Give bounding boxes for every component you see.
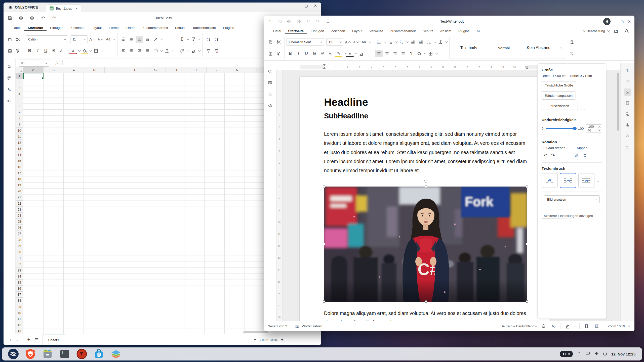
resize-handle-w[interactable] <box>323 243 325 245</box>
image-settings-tab[interactable] <box>624 88 631 96</box>
row-header-23[interactable]: 23 <box>16 207 23 213</box>
writer-menu-item-ansicht[interactable]: Ansicht <box>437 28 455 34</box>
resize-handle-se[interactable] <box>526 300 528 303</box>
writer-menu-item-verweise[interactable]: Verweise <box>366 28 387 34</box>
select-all-corner[interactable] <box>16 67 23 73</box>
align-left-button[interactable] <box>375 50 383 57</box>
column-header-a[interactable]: A <box>23 67 44 73</box>
save-button[interactable] <box>276 18 283 25</box>
cut-button[interactable] <box>14 36 22 43</box>
row-header-20[interactable]: 20 <box>16 188 23 194</box>
left-indent-marker[interactable] <box>323 64 326 66</box>
spreadsheet-menu-item-layout[interactable]: Layout <box>88 25 105 31</box>
row-header-42[interactable]: 42 <box>16 322 23 328</box>
resize-handle-e[interactable] <box>526 243 528 245</box>
row-header-14[interactable]: 14 <box>16 152 23 158</box>
writer-menu-item-ai[interactable]: AI <box>473 28 483 34</box>
font-size-select[interactable]: 12 <box>326 38 343 46</box>
undo-button[interactable]: ↶ <box>39 15 47 22</box>
row-header-3[interactable]: 3 <box>16 85 23 91</box>
spreadsheet-menu-item-startseite[interactable]: Startseite <box>24 25 47 31</box>
column-header-k[interactable]: K <box>227 67 247 73</box>
navigation-icon[interactable] <box>266 90 274 98</box>
inline-image[interactable]: Fork <box>324 187 527 302</box>
decrease-indent-button[interactable] <box>409 38 417 46</box>
row-header-10[interactable]: 10 <box>16 128 23 134</box>
superscript-button[interactable]: A¹ <box>319 50 326 57</box>
column-header-e[interactable]: E <box>105 67 125 73</box>
row-header-15[interactable]: 15 <box>16 158 23 164</box>
paste-button[interactable] <box>6 47 14 54</box>
increase-font-button[interactable]: A <box>88 36 96 43</box>
spreadsheet-menu-item-formel[interactable]: Formel <box>105 25 123 31</box>
row-header-28[interactable]: 28 <box>16 237 23 243</box>
signature-settings-tab[interactable] <box>624 143 631 150</box>
valign-middle-button[interactable] <box>128 36 135 43</box>
right-indent-marker[interactable] <box>526 67 528 69</box>
row-header-21[interactable]: 21 <box>16 194 23 200</box>
set-language-icon[interactable] <box>540 323 547 330</box>
actual-size-button[interactable]: Tatsächliche Größe <box>542 81 576 89</box>
terminal-icon[interactable]: $_ <box>59 348 70 360</box>
shading-button[interactable] <box>415 50 423 57</box>
row-header-1[interactable]: 1 <box>16 73 23 79</box>
strikethrough-button[interactable]: S <box>311 50 318 57</box>
clear-formatting-button[interactable] <box>357 50 365 57</box>
spreadsheet-menu-item-schutz[interactable]: Schutz <box>172 25 189 31</box>
opacity-slider[interactable] <box>546 128 576 129</box>
decrease-font-button[interactable]: A <box>352 38 359 46</box>
row-header-12[interactable]: 12 <box>16 140 23 146</box>
feedback-icon[interactable] <box>6 97 13 104</box>
chart-settings-tab[interactable] <box>624 121 631 128</box>
text-direction-button[interactable] <box>436 38 444 46</box>
open-file-location-icon[interactable] <box>612 27 620 34</box>
cut-button[interactable] <box>275 38 282 46</box>
opacity-input[interactable]: 100 % <box>586 124 602 132</box>
format-painter-button[interactable] <box>275 50 282 57</box>
align-center-button[interactable] <box>128 47 135 54</box>
spreadsheet-menu-item-zeichnen[interactable]: Zeichnen <box>67 25 88 31</box>
filter-button[interactable] <box>205 47 212 54</box>
select-tool-button[interactable] <box>568 50 575 57</box>
user-avatar[interactable]: H <box>603 18 611 25</box>
word-count-label[interactable]: Wörter zählen <box>302 324 322 328</box>
comments-icon[interactable] <box>266 79 274 86</box>
file-manager-icon[interactable] <box>42 348 53 360</box>
zoom-in-button[interactable]: + <box>281 337 284 342</box>
zoom-in-button[interactable]: + <box>628 324 630 329</box>
align-left-button[interactable] <box>119 47 127 54</box>
language-select[interactable]: Deutsch – Deutschland <box>501 324 537 328</box>
save-button[interactable] <box>6 15 14 22</box>
highlight-color-button[interactable]: ✎ <box>335 50 342 57</box>
zoom-out-button[interactable]: − <box>603 324 605 329</box>
autosum-button[interactable]: Σ <box>178 36 186 43</box>
row-header-40[interactable]: 40 <box>16 310 23 316</box>
crop-options-icon[interactable] <box>578 102 585 110</box>
change-case-button[interactable]: Aa <box>360 38 368 46</box>
clock[interactable]: 12. Nov 12:25 <box>611 352 635 356</box>
row-header-7[interactable]: 7 <box>16 109 23 115</box>
row-header-30[interactable]: 30 <box>16 249 23 255</box>
align-right-button[interactable] <box>136 47 143 54</box>
power-icon[interactable] <box>603 351 607 357</box>
writer-menu-item-einf-gen[interactable]: Einfügen <box>307 28 328 34</box>
column-header-i[interactable]: I <box>186 67 207 73</box>
close-icon[interactable]: ✕ <box>628 19 631 24</box>
print-button[interactable] <box>285 18 293 25</box>
sort-asc-button[interactable]: AZ <box>205 36 212 43</box>
row-header-31[interactable]: 31 <box>16 255 23 261</box>
row-header-16[interactable]: 16 <box>16 164 23 170</box>
minimize-icon[interactable]: – <box>615 19 617 24</box>
paragraph-settings-tab[interactable]: ¶ <box>624 67 631 74</box>
align-right-button[interactable] <box>391 50 399 57</box>
quick-print-button[interactable] <box>295 18 302 25</box>
maximize-icon[interactable]: ▢ <box>304 4 309 8</box>
format-painter-button[interactable] <box>14 47 22 54</box>
writer-menu-item-startseite[interactable]: Startseite <box>285 28 307 34</box>
document-page[interactable]: Headline SubHeadline Lorem ipsum dolor s… <box>300 77 550 321</box>
increase-indent-button[interactable] <box>417 38 425 46</box>
row-header-34[interactable]: 34 <box>16 274 23 280</box>
row-header-27[interactable]: 27 <box>16 231 23 237</box>
multilevel-list-button[interactable]: 1a <box>398 38 405 46</box>
search-icon[interactable] <box>623 27 630 34</box>
